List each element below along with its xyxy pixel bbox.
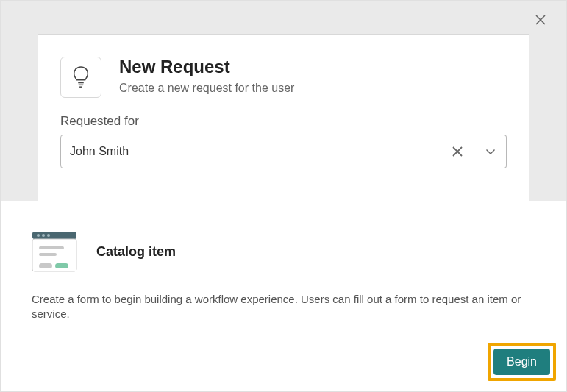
close-icon [452, 146, 463, 157]
requested-for-input[interactable]: John Smith [60, 135, 474, 168]
requested-for-combobox: John Smith [60, 135, 507, 168]
svg-rect-13 [39, 253, 57, 256]
catalog-item-icon [32, 229, 77, 274]
requested-for-label: Requested for [60, 114, 507, 129]
svg-point-8 [37, 234, 40, 237]
dialog-container: New Request Create a new request for the… [0, 0, 567, 392]
catalog-header: Catalog item [32, 229, 535, 274]
begin-button[interactable]: Begin [493, 349, 550, 375]
new-request-titles: New Request Create a new request for the… [119, 57, 294, 95]
close-icon [535, 15, 546, 25]
svg-point-10 [47, 234, 50, 237]
top-panel: New Request Create a new request for the… [1, 1, 566, 201]
requested-for-value: John Smith [70, 145, 450, 158]
catalog-description: Create a form to begin building a workfl… [32, 292, 532, 322]
catalog-title: Catalog item [96, 244, 176, 260]
svg-rect-14 [39, 263, 52, 268]
modal-subtitle: Create a new request for the user [119, 82, 294, 95]
clear-button[interactable] [450, 144, 465, 159]
new-request-card: New Request Create a new request for the… [38, 34, 529, 204]
svg-point-9 [42, 234, 45, 237]
chevron-down-icon [486, 149, 495, 154]
lightbulb-icon [71, 65, 91, 89]
new-request-header: New Request Create a new request for the… [60, 57, 507, 98]
catalog-panel: Catalog item Create a form to begin buil… [1, 201, 566, 391]
begin-highlight: Begin [488, 343, 556, 381]
modal-title: New Request [119, 57, 294, 77]
close-button[interactable] [535, 14, 546, 26]
dropdown-toggle[interactable] [474, 135, 507, 168]
lightbulb-icon-box [60, 57, 101, 98]
svg-rect-12 [39, 246, 64, 249]
svg-rect-15 [55, 263, 68, 268]
